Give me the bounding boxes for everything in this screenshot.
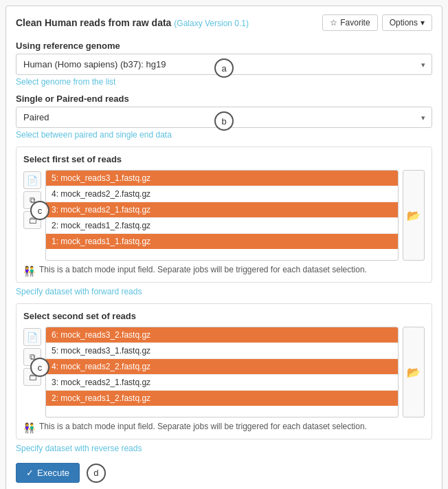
- reads2-batch-info: 👫 This is a batch mode input field. Sepa…: [23, 422, 425, 433]
- list-item[interactable]: 1: mock_reads1_1.fastq.gz: [46, 234, 398, 249]
- reads1-batch-info: 👫 This is a batch mode input field. Sepa…: [23, 265, 425, 276]
- reads2-inner-wrapper: 📄 ⧉ 🗀 6: mock_reads3_2.fastq.gz5: mock_r…: [23, 327, 425, 417]
- check-icon: ✓: [26, 468, 34, 478]
- title-text: Clean Human reads from raw data: [16, 17, 171, 28]
- list-item[interactable]: 2: mock_reads1_2.fastq.gz: [46, 218, 398, 234]
- reads-type-select[interactable]: PairedSingle: [16, 107, 432, 128]
- list-item[interactable]: 6: mock_reads3_2.fastq.gz: [46, 327, 398, 343]
- reads2-batch-message: This is a batch mode input field. Separa…: [39, 422, 367, 431]
- folder-icon: 🗀: [28, 215, 37, 226]
- caret-down-icon: ▾: [421, 18, 425, 28]
- circle-d-label: d: [87, 464, 106, 483]
- star-icon: ☆: [330, 18, 337, 28]
- copy-icon-2: ⧉: [30, 352, 36, 362]
- reads-type-select-wrapper: PairedSingle ▾: [16, 107, 432, 128]
- reads-type-hint: Select between paired and single end dat…: [16, 130, 432, 140]
- reads-type-label: Single or Paired-end reads: [16, 94, 432, 104]
- list-item[interactable]: 3: mock_reads2_1.fastq.gz: [46, 375, 398, 391]
- reads1-folder-icon-btn[interactable]: 🗀: [23, 211, 41, 229]
- reads2-list-wrapper: 6: mock_reads3_2.fastq.gz5: mock_reads3_…: [45, 327, 399, 417]
- reads2-copy-icon-btn[interactable]: ⧉: [23, 348, 41, 366]
- folder-icon-2: 🗀: [28, 372, 37, 382]
- options-button[interactable]: Options ▾: [382, 14, 432, 31]
- options-label: Options: [390, 18, 418, 28]
- reads1-inner-wrapper: 📄 ⧉ 🗀 5: mock_reads3_1.fastq.gz4: mock_r…: [23, 170, 425, 261]
- reads1-section: Select first set of reads 📄 ⧉ 🗀 5: mock_…: [16, 146, 432, 283]
- execute-button[interactable]: ✓ Execute: [16, 463, 80, 483]
- execute-row: ✓ Execute d: [16, 463, 432, 483]
- reads1-folder-open-icon: 📂: [407, 209, 421, 222]
- list-item[interactable]: 5: mock_reads3_1.fastq.gz: [46, 343, 398, 359]
- page-header: Clean Human reads from raw data (Galaxy …: [16, 14, 432, 31]
- copy-icon: ⧉: [30, 195, 36, 205]
- list-item[interactable]: 4: mock_reads2_2.fastq.gz: [46, 359, 398, 375]
- reads1-inner: 📄 ⧉ 🗀 5: mock_reads3_1.fastq.gz4: mock_r…: [23, 170, 425, 261]
- genome-section-label: Using reference genome: [16, 41, 432, 51]
- reads2-action-button[interactable]: 📂: [403, 327, 425, 417]
- reads2-title: Select second set of reads: [23, 311, 425, 321]
- reads1-icon-group: 📄 ⧉ 🗀: [23, 170, 41, 229]
- reads2-batch-icon: 👫: [23, 422, 35, 433]
- reads1-batch-icon: 👫: [23, 265, 35, 276]
- reads1-hint: Specify dataset with forward reads: [16, 287, 432, 296]
- reads1-list-wrapper: 5: mock_reads3_1.fastq.gz4: mock_reads2_…: [45, 170, 399, 261]
- file-icon-2: 📄: [27, 332, 38, 343]
- reads2-hint: Specify dataset with reverse reads: [16, 444, 432, 453]
- genome-hint: Select genome from the list: [16, 77, 432, 87]
- reads1-title: Select first set of reads: [23, 154, 425, 164]
- execute-label: Execute: [37, 468, 69, 478]
- reads1-batch-message: This is a batch mode input field. Separa…: [39, 265, 367, 274]
- favorite-button[interactable]: ☆ Favorite: [322, 14, 377, 31]
- reads1-list: 5: mock_reads3_1.fastq.gz4: mock_reads2_…: [46, 171, 398, 260]
- reads2-list: 6: mock_reads3_2.fastq.gz5: mock_reads3_…: [46, 327, 398, 417]
- page-title: Clean Human reads from raw data (Galaxy …: [16, 17, 249, 28]
- reads2-file-icon-btn[interactable]: 📄: [23, 328, 41, 346]
- reads2-section: Select second set of reads 📄 ⧉ 🗀 6: mock…: [16, 303, 432, 439]
- version-text: (Galaxy Version 0.1): [174, 19, 249, 28]
- reads2-folder-icon-btn[interactable]: 🗀: [23, 368, 41, 386]
- header-buttons: ☆ Favorite Options ▾: [322, 14, 432, 31]
- reads2-inner: 📄 ⧉ 🗀 6: mock_reads3_2.fastq.gz5: mock_r…: [23, 327, 425, 417]
- genome-wrapper: Human (Homo sapiens) (b37): hg19Human (H…: [16, 54, 432, 75]
- list-item[interactable]: 4: mock_reads2_2.fastq.gz: [46, 186, 398, 202]
- reads1-file-icon-btn[interactable]: 📄: [23, 171, 41, 189]
- paired-wrapper: PairedSingle ▾ b: [16, 107, 432, 128]
- list-item[interactable]: 5: mock_reads3_1.fastq.gz: [46, 171, 398, 186]
- favorite-label: Favorite: [340, 18, 370, 28]
- genome-select-wrapper: Human (Homo sapiens) (b37): hg19Human (H…: [16, 54, 432, 75]
- list-item[interactable]: 3: mock_reads2_1.fastq.gz: [46, 202, 398, 218]
- list-item[interactable]: 2: mock_reads1_2.fastq.gz: [46, 391, 398, 406]
- reads1-copy-icon-btn[interactable]: ⧉: [23, 191, 41, 209]
- genome-select[interactable]: Human (Homo sapiens) (b37): hg19Human (H…: [16, 54, 432, 75]
- reads2-folder-open-icon: 📂: [407, 366, 421, 379]
- file-icon: 📄: [27, 175, 38, 186]
- reads2-icon-group: 📄 ⧉ 🗀: [23, 327, 41, 386]
- reads1-action-button[interactable]: 📂: [403, 170, 425, 261]
